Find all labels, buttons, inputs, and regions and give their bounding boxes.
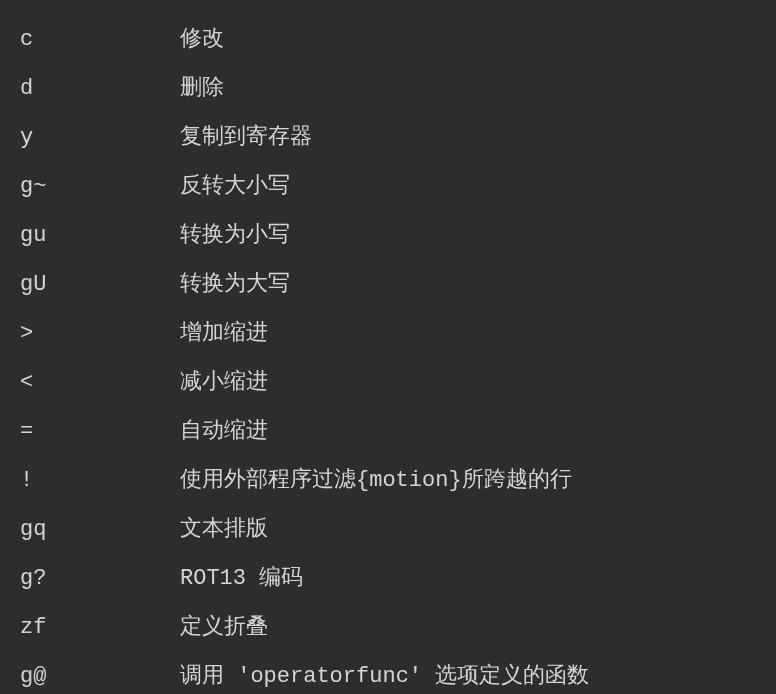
- table-row: c 修改: [20, 15, 756, 64]
- operator-command: gu: [20, 211, 180, 260]
- table-row: zf 定义折叠: [20, 603, 756, 652]
- operator-description: ROT13 编码: [180, 554, 756, 603]
- operator-command: g@: [20, 652, 180, 694]
- operator-description: 增加缩进: [180, 309, 756, 358]
- operator-command: g?: [20, 554, 180, 603]
- operator-command: c: [20, 15, 180, 64]
- operator-command: >: [20, 309, 180, 358]
- operator-description: 使用外部程序过滤{motion}所跨越的行: [180, 456, 756, 505]
- table-row: ! 使用外部程序过滤{motion}所跨越的行: [20, 456, 756, 505]
- operator-description: 复制到寄存器: [180, 113, 756, 162]
- operator-description: 调用 'operatorfunc' 选项定义的函数: [180, 652, 756, 694]
- table-row: gu 转换为小写: [20, 211, 756, 260]
- operator-description: 转换为大写: [180, 260, 756, 309]
- operator-command: =: [20, 407, 180, 456]
- operator-command: zf: [20, 603, 180, 652]
- operator-description: 删除: [180, 64, 756, 113]
- operator-description: 自动缩进: [180, 407, 756, 456]
- operator-command: gU: [20, 260, 180, 309]
- operator-description: 减小缩进: [180, 358, 756, 407]
- operator-description: 文本排版: [180, 505, 756, 554]
- table-row: < 减小缩进: [20, 358, 756, 407]
- operator-command: gq: [20, 505, 180, 554]
- operator-command: y: [20, 113, 180, 162]
- table-row: > 增加缩进: [20, 309, 756, 358]
- table-row: = 自动缩进: [20, 407, 756, 456]
- table-row: g@ 调用 'operatorfunc' 选项定义的函数: [20, 652, 756, 694]
- table-row: g? ROT13 编码: [20, 554, 756, 603]
- table-row: gU 转换为大写: [20, 260, 756, 309]
- operator-command: !: [20, 456, 180, 505]
- operator-description: 修改: [180, 15, 756, 64]
- operator-description: 反转大小写: [180, 162, 756, 211]
- operator-command: g~: [20, 162, 180, 211]
- table-row: gq 文本排版: [20, 505, 756, 554]
- table-row: d 删除: [20, 64, 756, 113]
- operator-description: 定义折叠: [180, 603, 756, 652]
- operator-description: 转换为小写: [180, 211, 756, 260]
- operator-command: d: [20, 64, 180, 113]
- operator-table: c 修改 d 删除 y 复制到寄存器 g~ 反转大小写 gu 转换为小写 gU …: [20, 15, 756, 694]
- table-row: y 复制到寄存器: [20, 113, 756, 162]
- operator-command: <: [20, 358, 180, 407]
- table-row: g~ 反转大小写: [20, 162, 756, 211]
